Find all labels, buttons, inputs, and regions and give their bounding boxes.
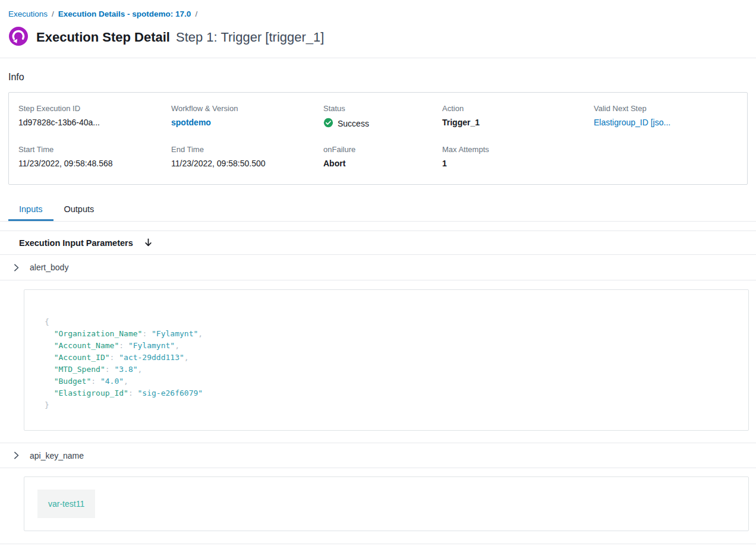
field-end-time: End Time 11/23/2022, 09:58:50.500: [171, 145, 323, 168]
field-label: Action: [442, 104, 594, 113]
workflow-link[interactable]: spotdemo: [171, 118, 323, 127]
param-row-alert-body[interactable]: alert_body: [0, 255, 756, 280]
alert-body-code-panel: { "Organization_Name": "Fylamynt", "Acco…: [24, 289, 749, 431]
app-logo-icon: [8, 26, 29, 49]
info-section-title: Info: [0, 58, 756, 92]
page-title: Execution Step Detail: [36, 30, 170, 45]
success-check-icon: [323, 118, 333, 130]
field-value: 11/23/2022, 09:58:50.500: [171, 159, 323, 168]
param-row-api-key-value[interactable]: api_key_value: [0, 544, 756, 546]
field-value: 1: [442, 159, 594, 168]
field-value: 1d97828c-13b6-40a...: [18, 118, 171, 127]
field-step-execution-id: Step Execution ID 1d97828c-13b6-40a...: [18, 104, 171, 130]
api-key-name-value-panel: var-test11: [24, 476, 749, 531]
field-start-time: Start Time 11/23/2022, 09:58:48.568: [18, 145, 171, 168]
api-key-name-value: var-test11: [37, 490, 95, 518]
field-status: Status Success: [323, 104, 442, 130]
tab-inputs[interactable]: Inputs: [8, 198, 53, 221]
field-label: Step Execution ID: [18, 104, 171, 113]
field-label: Start Time: [18, 145, 171, 154]
status-text: Success: [338, 119, 369, 128]
field-label: End Time: [171, 145, 323, 154]
field-onfailure: onFailure Abort: [323, 145, 442, 168]
chevron-right-icon: [12, 263, 21, 272]
next-step-link[interactable]: Elastigroup_ID [jso...: [594, 118, 738, 127]
breadcrumb: Executions / Execution Details - spotdem…: [0, 0, 756, 18]
field-label: onFailure: [323, 145, 442, 154]
param-name: api_key_name: [30, 451, 84, 460]
field-label: Status: [323, 104, 442, 113]
tab-outputs[interactable]: Outputs: [53, 198, 105, 221]
execution-input-parameters-title: Execution Input Parameters: [19, 238, 133, 248]
field-valid-next-step: Valid Next Step Elastigroup_ID [jso...: [594, 104, 738, 130]
field-value: 11/23/2022, 09:58:48.568: [18, 159, 171, 168]
field-action: Action Trigger_1: [442, 104, 594, 130]
breadcrumb-link-executions[interactable]: Executions: [8, 10, 48, 18]
field-label: Max Attempts: [442, 145, 594, 154]
breadcrumb-separator: /: [52, 10, 54, 18]
field-label: Valid Next Step: [594, 104, 738, 113]
field-label: Workflow & Version: [171, 104, 323, 113]
breadcrumb-separator: /: [195, 10, 197, 18]
breadcrumb-link-execution-details[interactable]: Execution Details - spotdemo: 17.0: [58, 10, 191, 18]
param-row-api-key-name[interactable]: api_key_name: [0, 443, 756, 468]
page-subtitle: Step 1: Trigger [trigger_1]: [176, 30, 324, 45]
field-value: Abort: [323, 159, 442, 168]
param-name: alert_body: [30, 263, 68, 272]
field-workflow-version: Workflow & Version spotdemo: [171, 104, 323, 130]
status-value: Success: [323, 118, 442, 130]
execution-input-parameters-section: Execution Input Parameters alert_body { …: [0, 231, 756, 546]
execution-step-detail-page: Executions / Execution Details - spotdem…: [0, 0, 756, 546]
inputs-outputs-tabs: Inputs Outputs: [0, 198, 756, 222]
chevron-right-icon: [12, 451, 21, 460]
execution-input-parameters-header: Execution Input Parameters: [0, 231, 756, 255]
field-value: Trigger_1: [442, 118, 594, 127]
info-card: Step Execution ID 1d97828c-13b6-40a... W…: [8, 92, 748, 185]
field-max-attempts: Max Attempts 1: [442, 145, 594, 168]
page-header: Execution Step Detail Step 1: Trigger [t…: [0, 18, 756, 58]
download-arrow-icon[interactable]: [143, 238, 153, 248]
alert-body-code: { "Organization_Name": "Fylamynt", "Acco…: [45, 316, 728, 411]
